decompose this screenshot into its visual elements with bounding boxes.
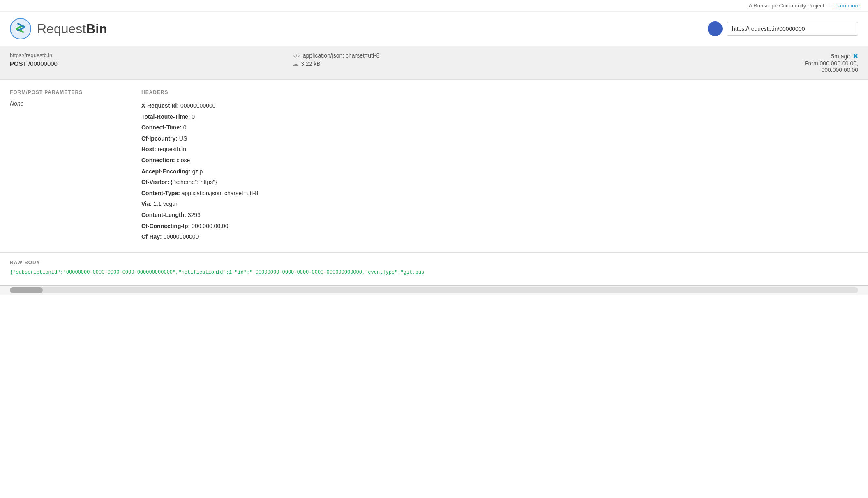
raw-body-content: {"subscriptionId":"00000000-0000-0000-00…: [10, 270, 858, 275]
request-method: POST: [10, 60, 27, 67]
header-item: Content-Length: 3293: [141, 210, 858, 221]
from-ip-line1: From 000.000.00.00,: [575, 60, 858, 67]
header-item: Cf-Ray: 00000000000: [141, 231, 858, 242]
main-content: FORM/POST PARAMETERS None HEADERS X-Requ…: [0, 80, 868, 252]
header-item: Connection: close: [141, 155, 858, 166]
size-value: 3.22 kB: [301, 60, 320, 67]
scrollbar-track[interactable]: [10, 287, 858, 293]
banner-text: A Runscope Community Project —: [749, 2, 833, 9]
top-banner: A Runscope Community Project — Learn mor…: [0, 0, 868, 12]
content-type-value: application/json; charset=utf-8: [303, 52, 379, 59]
size-line: ☁ 3.22 kB: [293, 60, 575, 67]
time-value: 5m ago ✖: [575, 52, 858, 60]
scrollbar-area[interactable]: [0, 285, 868, 295]
form-post-section-title: FORM/POST PARAMETERS: [10, 90, 125, 95]
logo-text-bin: Bin: [86, 21, 107, 36]
header-item: Via: 1.1 vegur: [141, 198, 858, 210]
header-item: Cf-Visitor: {"scheme":"https"}: [141, 177, 858, 188]
request-meta-col: </> application/json; charset=utf-8 ☁ 3.…: [293, 52, 575, 67]
request-bar: https://requestb.in POST /00000000 </> a…: [0, 46, 868, 79]
headers-list: X-Request-Id: 00000000000Total-Route-Tim…: [141, 100, 858, 242]
request-endpoint-col: https://requestb.in POST /00000000: [10, 52, 293, 67]
cloud-icon: ☁: [293, 60, 298, 67]
raw-body-title: RAW BODY: [10, 253, 858, 270]
content-type-line: </> application/json; charset=utf-8: [293, 52, 575, 59]
header-item: X-Request-Id: 00000000000: [141, 100, 858, 111]
header-item: Host: requestb.in: [141, 144, 858, 155]
header-right: [708, 21, 858, 36]
time-ago: 5m ago: [831, 53, 850, 60]
request-url-small: https://requestb.in: [10, 52, 293, 58]
request-method-line: POST /00000000: [10, 60, 293, 67]
header-item: Connect-Time: 0: [141, 122, 858, 133]
request-path: /00000000: [28, 60, 58, 67]
logo-text: RequestBin: [37, 21, 107, 37]
logo-text-request: Request: [37, 21, 86, 36]
logo-icon: [10, 18, 31, 39]
from-ip-line2: 000.000.00.00: [575, 67, 858, 73]
logo-area: RequestBin: [10, 18, 107, 39]
raw-body-section: RAW BODY {"subscriptionId":"00000000-000…: [0, 253, 868, 285]
header-item: Content-Type: application/json; charset=…: [141, 188, 858, 199]
url-status-dot: [708, 21, 723, 36]
form-post-none: None: [10, 100, 125, 107]
header-item: Total-Route-Time: 0: [141, 111, 858, 122]
header-item: Accept-Encoding: gzip: [141, 166, 858, 177]
headers-section-title: HEADERS: [141, 90, 858, 95]
learn-more-link[interactable]: Learn more: [833, 2, 860, 9]
header: RequestBin: [0, 12, 868, 46]
url-input[interactable]: [727, 22, 858, 36]
header-item: Cf-Connecting-Ip: 000.000.00.00: [141, 221, 858, 232]
scrollbar-thumb[interactable]: [10, 287, 43, 293]
header-item: Cf-Ipcountry: US: [141, 133, 858, 144]
request-time-col: 5m ago ✖ From 000.000.00.00, 000.000.00.…: [575, 52, 858, 73]
share-icon[interactable]: ✖: [853, 52, 858, 60]
code-icon: </>: [293, 53, 300, 59]
left-panel: FORM/POST PARAMETERS None: [10, 90, 125, 242]
right-panel: HEADERS X-Request-Id: 00000000000Total-R…: [141, 90, 858, 242]
